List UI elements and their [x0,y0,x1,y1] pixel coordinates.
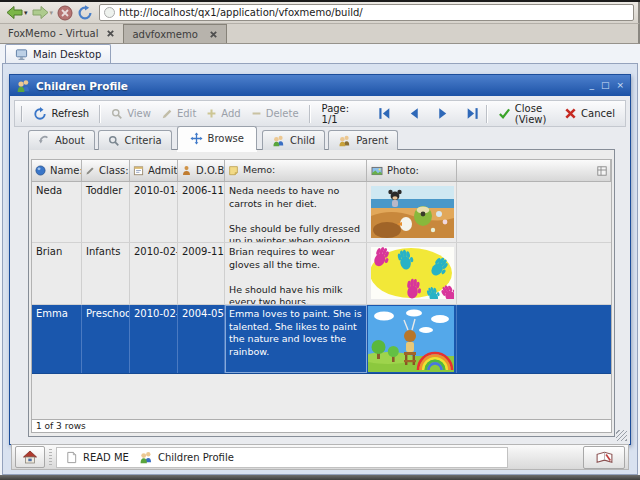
taskbar-gripper[interactable] [49,449,52,465]
forward-dropdown-caret[interactable]: ▾ [50,9,54,17]
add-icon [206,108,217,119]
cell-filler [457,182,611,242]
browser-tab-label: FoxMemo - Virtual [8,28,98,39]
task-item-readme[interactable]: READ ME [65,451,129,464]
cell-photo [367,182,457,242]
tab-close-icon[interactable] [209,30,218,39]
url-input[interactable] [119,7,629,18]
people-icon [139,450,153,464]
column-header-dob[interactable]: D.O.B.: [178,160,225,181]
column-header-class[interactable]: Class: [82,160,130,181]
admitted-column-icon [133,165,144,176]
column-label: D.O.B.: [196,165,225,176]
tab-criteria-label: Criteria [125,135,162,146]
window-titlebar[interactable]: Children Profile _ □ × [10,75,630,96]
view-button[interactable]: View [106,105,156,123]
back-dropdown-caret[interactable]: ▾ [24,9,28,17]
add-button[interactable]: Add [201,105,245,122]
forward-button[interactable]: ▾ [31,4,55,22]
tab-child[interactable]: Child [262,130,325,150]
photo-column-icon [371,165,383,177]
tab-parent-label: Parent [356,135,388,146]
task-item-children-profile[interactable]: Children Profile [139,450,234,464]
restore-button[interactable]: □ [601,81,610,90]
table-row-brian[interactable]: Brian Infants 2010-02-18 2009-11-12 Bria… [32,243,611,305]
reload-icon [77,5,93,21]
desktop-pane: Children Profile _ □ × Refresh [2,63,638,475]
previous-page-icon[interactable] [406,106,422,121]
app-page: Main Desktop Children Profile _ □ × [0,44,640,480]
cancel-label: Cancel [581,108,615,119]
column-config-icon[interactable] [597,166,607,176]
first-page-icon[interactable] [376,106,393,121]
screen: ▾ ▾ FoxMemo - Virtual advfoxmemo [0,0,640,480]
cell-name: Emma [32,305,82,373]
cell-admitted: 2010-02-14 [130,305,178,373]
document-icon [65,451,78,464]
browser-tab-foxmemo[interactable]: FoxMemo - Virtual [0,24,123,43]
table-row-emma-selected[interactable]: Emma Preschoo... 2010-02-14 2004-05-09 E… [32,305,611,374]
cell-memo: Emma loves to paint. She is talented. Sh… [225,305,367,373]
close-view-label: Close (View) [515,103,554,125]
tab-main-desktop[interactable]: Main Desktop [5,44,111,63]
refresh-button[interactable]: Refresh [28,104,94,124]
log-button[interactable] [583,446,625,469]
stop-button[interactable] [56,4,74,22]
child-photo-handprints [371,247,454,299]
browser-tab-bar: FoxMemo - Virtual advfoxmemo [0,24,640,44]
taskbar-items: READ ME Children Profile [56,447,508,468]
close-view-button[interactable]: Close (View) [493,100,559,128]
minimize-button[interactable]: _ [589,81,594,90]
browser-window-bottom-edge [0,475,640,480]
reload-button[interactable] [76,4,94,22]
cell-admitted: 2010-02-18 [130,243,178,304]
browse-move-icon [190,132,203,145]
criteria-icon [108,135,120,147]
cancel-button[interactable]: Cancel [559,104,620,123]
column-header-photo[interactable]: Photo: [367,160,457,181]
view-label: View [127,108,151,119]
close-button[interactable]: × [616,81,624,90]
people-icon [16,78,31,93]
next-page-icon[interactable] [435,106,451,121]
cell-photo [367,305,457,373]
home-button[interactable] [15,446,45,468]
cell-dob: 2004-05-09 [178,305,225,373]
cell-name: Brian [32,243,82,304]
column-header-name[interactable]: Name: [32,160,82,181]
cell-class: Infants [82,243,130,304]
back-button[interactable]: ▾ [5,4,29,22]
tab-about[interactable]: About [28,130,95,150]
edit-button[interactable]: Edit [156,105,201,123]
site-icon [104,7,115,18]
desktop-icon [15,48,28,61]
last-page-icon[interactable] [464,106,481,121]
row-count-status: 1 of 3 rows [36,421,86,431]
cell-class: Preschoo... [82,305,130,373]
tab-parent[interactable]: Parent [328,130,398,150]
profile-tabs: About Criteria Browse Child [28,128,398,150]
url-bar[interactable] [99,4,634,21]
view-icon [111,108,123,120]
cell-admitted: 2010-01-04 [130,182,178,242]
column-label: Photo: [387,165,419,176]
tab-browse[interactable]: Browse [177,126,257,150]
refresh-label: Refresh [51,108,89,119]
column-header-filler [457,160,611,181]
column-label: Memo: [243,164,275,177]
children-profile-window: Children Profile _ □ × Refresh [9,74,631,445]
toolbar-gripper[interactable] [21,106,24,122]
children-grid: Name: Class: Admitted: [31,159,612,421]
column-label: Admitted: [148,165,178,176]
toolbar-separator [309,105,311,123]
column-header-admitted[interactable]: Admitted: [130,160,178,181]
table-row-neda[interactable]: Neda Toddler 2010-01-04 2006-11-16 Neda … [32,182,611,243]
window-resize-grip[interactable] [616,430,627,441]
column-header-memo[interactable]: Memo: [225,160,367,181]
tab-criteria[interactable]: Criteria [98,130,172,150]
cell-photo [367,243,457,304]
cell-dob: 2006-11-16 [178,182,225,242]
delete-button[interactable]: Delete [246,105,304,122]
tab-close-icon[interactable] [106,29,115,38]
browser-tab-advfoxmemo[interactable]: advfoxmemo [123,24,227,43]
